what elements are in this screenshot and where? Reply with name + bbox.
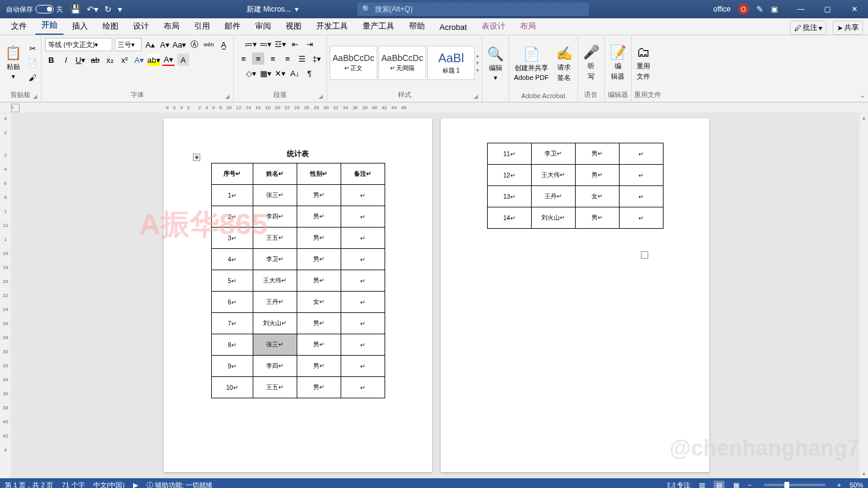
save-icon[interactable]: 💾	[70, 4, 81, 14]
tab-masstool[interactable]: 量产工具	[356, 18, 400, 35]
tab-references[interactable]: 引用	[188, 18, 216, 35]
indent-dec-icon[interactable]: ⇤	[289, 38, 301, 50]
scroll-up-icon[interactable]: ▴	[863, 115, 866, 121]
page-2[interactable]: 11↵李卫↵男↵↵12↵王大伟↵男↵↵13↵王丹↵女↵↵14↵刘火山↵男↵↵	[441, 118, 709, 472]
table-header[interactable]: 备注↵	[341, 163, 385, 185]
indent-inc-icon[interactable]: ⇥	[303, 38, 316, 50]
distribute-icon[interactable]: ☰	[296, 52, 308, 65]
char-shading-icon[interactable]: A	[177, 54, 189, 66]
pen-icon[interactable]: ✎	[756, 4, 764, 14]
font-name-combo[interactable]: 等线 (中文正文)▾	[45, 38, 112, 51]
table-row[interactable]: 11↵李卫↵男↵↵	[487, 143, 663, 165]
docname-dropdown-icon[interactable]: ▾	[295, 5, 298, 13]
status-page[interactable]: 第 1 页，共 2 页	[5, 481, 53, 489]
comments-button[interactable]: 🖊 批注 ▾	[790, 21, 826, 35]
tab-tablelayout[interactable]: 布局	[514, 18, 542, 35]
view-read-icon[interactable]: ▥	[699, 481, 705, 489]
table-row[interactable]: 2↵李四↵男↵↵	[211, 206, 385, 228]
bullets-icon[interactable]: ≔▾	[245, 38, 257, 50]
search-box[interactable]: 🔍 搜索(Alt+Q)	[357, 2, 589, 16]
status-language[interactable]: 中文(中国)	[93, 481, 125, 489]
multilevel-icon[interactable]: ☲▾	[274, 38, 286, 50]
tab-file[interactable]: 文件	[5, 18, 33, 35]
sort-icon[interactable]: A↓	[289, 67, 301, 79]
dialog-launcher-icon[interactable]: ◢	[319, 93, 323, 99]
table-row[interactable]: 10↵王五↵男↵↵	[211, 377, 385, 398]
dictate-button[interactable]: 🎤听写	[580, 45, 602, 81]
view-web-icon[interactable]: ▦	[733, 481, 739, 489]
tab-help[interactable]: 帮助	[403, 18, 431, 35]
copy-icon[interactable]: 📄	[26, 57, 38, 69]
page-1[interactable]: ✥ 统计表 序号↵姓名↵性别↵备注↵1↵张三↵男↵↵2↵李四↵男↵↵3↵王五↵男…	[164, 118, 432, 472]
tab-design[interactable]: 设计	[127, 18, 155, 35]
table-1[interactable]: 序号↵姓名↵性别↵备注↵1↵张三↵男↵↵2↵李四↵男↵↵3↵王五↵男↵↵4↵李卫…	[211, 163, 385, 398]
table-row[interactable]: 12↵王大伟↵男↵↵	[487, 165, 663, 186]
create-share-pdf-button[interactable]: 📄创建并共享Adobe PDF	[512, 46, 551, 81]
request-signature-button[interactable]: ✍请求签名	[554, 46, 575, 82]
zoom-level[interactable]: 50%	[850, 481, 863, 488]
tab-acrobat[interactable]: Acrobat	[433, 20, 473, 35]
document-name[interactable]: 新建 Micros...	[247, 4, 291, 15]
redo-icon[interactable]: ↻	[104, 4, 112, 14]
subscript-button[interactable]: x₂	[104, 54, 116, 66]
close-button[interactable]: ✕	[844, 5, 866, 13]
table-row[interactable]: 9↵李四↵男↵↵	[211, 356, 385, 377]
macro-icon[interactable]: ▶	[133, 481, 138, 489]
undo-icon[interactable]: ↶▾	[87, 4, 98, 14]
zoom-in-button[interactable]: +	[837, 481, 841, 488]
align-left-icon[interactable]: ≡	[237, 52, 250, 65]
dialog-launcher-icon[interactable]: ◢	[33, 93, 37, 99]
font-size-combo[interactable]: 三号▾	[115, 38, 142, 51]
grow-font-icon[interactable]: A▴	[144, 38, 156, 51]
ruler-horizontal[interactable]: L 86422468101214161820222426283032343638…	[0, 102, 868, 113]
tab-view[interactable]: 视图	[280, 18, 308, 35]
tab-developer[interactable]: 开发工具	[310, 18, 354, 35]
zoom-out-button[interactable]: −	[748, 481, 751, 488]
avatar-icon[interactable]: O	[738, 4, 749, 15]
table-row[interactable]: 5↵王大伟↵男↵↵	[211, 270, 385, 292]
toggle-icon[interactable]	[35, 5, 54, 13]
numbering-icon[interactable]: ≕▾	[259, 38, 272, 50]
char-border-icon[interactable]: A̲	[217, 38, 230, 51]
table-2[interactable]: 11↵李卫↵男↵↵12↵王大伟↵男↵↵13↵王丹↵女↵↵14↵刘火山↵男↵↵	[487, 143, 664, 229]
tab-mailings[interactable]: 邮件	[219, 18, 247, 35]
tab-insert[interactable]: 插入	[66, 18, 94, 35]
minimize-button[interactable]: —	[790, 5, 812, 13]
focus-mode-button[interactable]: [□] 专注	[667, 481, 690, 489]
table-row[interactable]: 8↵张三↵男↵↵	[211, 334, 385, 356]
superscript-button[interactable]: x²	[118, 54, 131, 66]
clear-format-icon[interactable]: Ⓐ	[188, 38, 200, 51]
collapse-ribbon-icon[interactable]: ⌄	[859, 91, 866, 99]
style-normal[interactable]: AaBbCcDc↵ 正文	[330, 46, 377, 80]
dialog-launcher-icon[interactable]: ◢	[474, 93, 478, 99]
snap-icon[interactable]: ✕▾	[274, 67, 286, 79]
accessibility-icon[interactable]: ⓘ 辅助功能: 一切就绪	[146, 481, 212, 489]
tab-tabledesign[interactable]: 表设计	[476, 18, 512, 35]
edit-button[interactable]: 🔍编辑▾	[485, 46, 506, 82]
view-print-icon[interactable]: ▤	[714, 481, 725, 489]
highlight-icon[interactable]: ab▾	[148, 54, 160, 66]
line-spacing-icon[interactable]: ‡▾	[311, 52, 323, 65]
scrollbar-vertical[interactable]: ▴ ▾	[859, 113, 868, 478]
styles-more-icon[interactable]: ▾	[476, 67, 479, 73]
tab-home[interactable]: 开始	[35, 16, 63, 35]
qat-more-icon[interactable]: ▾	[118, 4, 122, 14]
share-button[interactable]: ➤ 共享	[833, 21, 863, 35]
dialog-launcher-icon[interactable]: ◢	[225, 93, 230, 99]
table-row[interactable]: 7↵刘火山↵男↵↵	[211, 313, 385, 334]
style-nospacing[interactable]: AaBbCcDc↵ 无间隔	[378, 46, 426, 80]
text-effects-icon[interactable]: A▾	[133, 54, 145, 66]
shrink-font-icon[interactable]: A▾	[159, 38, 171, 51]
table-row[interactable]: 1↵张三↵男↵↵	[211, 185, 385, 206]
status-words[interactable]: 71 个字	[62, 481, 84, 489]
cut-icon[interactable]: ✂	[26, 42, 38, 54]
tab-layout[interactable]: 布局	[157, 18, 186, 35]
styles-down-icon[interactable]: ▾	[476, 60, 479, 66]
table-header[interactable]: 姓名↵	[253, 163, 297, 185]
align-right-icon[interactable]: ≡	[267, 52, 279, 65]
show-marks-icon[interactable]: ¶	[303, 67, 316, 79]
italic-button[interactable]: I	[60, 54, 72, 66]
ruler-vertical[interactable]: 422468112116182022242628303234363840424	[0, 113, 11, 478]
table-move-handle-icon[interactable]: ✥	[193, 154, 200, 161]
table-resize-handle-icon[interactable]	[641, 251, 648, 259]
